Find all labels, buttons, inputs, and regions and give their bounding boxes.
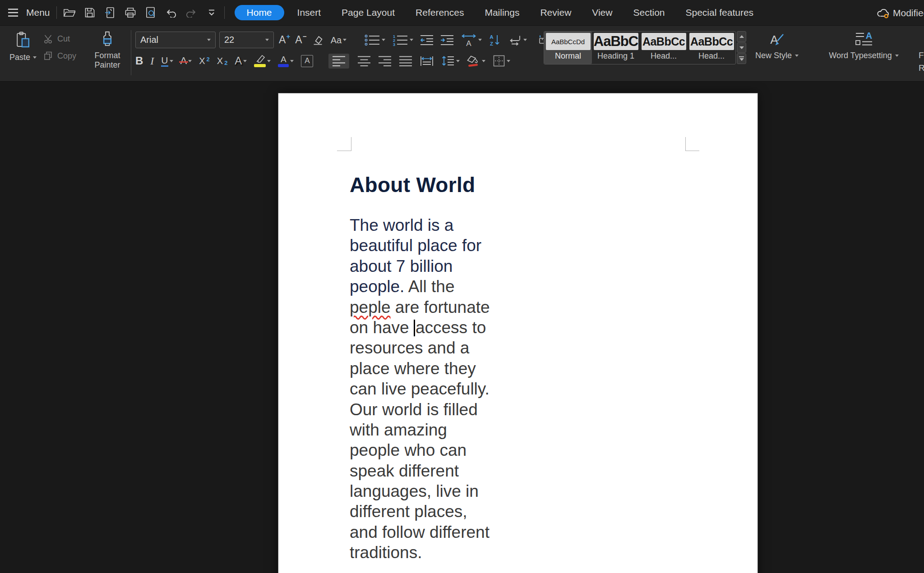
- export-pdf-icon[interactable]: [104, 6, 116, 19]
- style-heading-2[interactable]: AaBbCc Head...: [640, 32, 688, 64]
- strikethrough-button[interactable]: A: [180, 56, 192, 66]
- text-line[interactable]: place where they: [350, 358, 490, 379]
- text-line-misspelled[interactable]: peple are fortunate: [350, 297, 490, 317]
- style-preview: AaBbCc: [642, 33, 686, 50]
- ribbon-row-font-paragraph-top: A+ A− Aa 123 A AZ: [279, 32, 553, 48]
- tab-insert[interactable]: Insert: [287, 0, 332, 25]
- borders-button[interactable]: [493, 55, 510, 67]
- format-painter-icon: [101, 31, 114, 48]
- style-heading-1[interactable]: AaBbC Heading 1: [592, 32, 640, 64]
- text-line[interactable]: with amazing: [350, 420, 490, 440]
- change-case-button[interactable]: Aa: [331, 36, 346, 45]
- character-scaling-button[interactable]: A: [461, 34, 482, 46]
- bold-button[interactable]: B: [135, 55, 143, 66]
- paste-button[interactable]: Paste: [5, 31, 41, 62]
- tab-references[interactable]: References: [405, 0, 474, 25]
- text-line[interactable]: people. All the: [350, 276, 490, 297]
- cloud-sync-status[interactable]: Modified: [876, 0, 924, 26]
- tab-home[interactable]: Home: [235, 5, 284, 20]
- tab-section[interactable]: Section: [623, 0, 675, 25]
- misspelled-word[interactable]: peple: [350, 298, 391, 316]
- tab-view[interactable]: View: [582, 0, 623, 25]
- tab-review[interactable]: Review: [530, 0, 582, 25]
- numbered-list-button[interactable]: 123: [392, 34, 413, 46]
- align-left-button[interactable]: [328, 54, 349, 69]
- text-line[interactable]: speak different: [350, 461, 490, 481]
- cut-button[interactable]: Cut: [43, 34, 76, 44]
- status-label: Modified: [893, 8, 924, 18]
- styles-scroll-down-button[interactable]: [737, 42, 746, 53]
- find-replace-clipped-group: F R: [919, 50, 924, 73]
- copy-button[interactable]: Copy: [43, 51, 76, 61]
- decrease-font-size-button[interactable]: A−: [295, 35, 302, 45]
- text-line-with-cursor[interactable]: on have access to: [350, 317, 490, 338]
- menu-button[interactable]: Menu: [26, 7, 50, 18]
- tab-special-features[interactable]: Special features: [675, 0, 764, 25]
- replace-button-clipped[interactable]: R: [919, 63, 924, 73]
- increase-indent-button[interactable]: [440, 34, 454, 46]
- character-border-button[interactable]: A: [301, 55, 313, 67]
- find-button-clipped[interactable]: F: [919, 50, 924, 60]
- justify-button[interactable]: [399, 55, 412, 67]
- document-heading[interactable]: About World: [350, 173, 475, 197]
- align-center-button[interactable]: [357, 55, 371, 67]
- font-family-select[interactable]: Arial: [135, 32, 216, 48]
- subscript-button[interactable]: X2: [217, 56, 228, 66]
- text-line[interactable]: Our world is filled: [350, 399, 490, 420]
- undo-icon[interactable]: [165, 6, 177, 19]
- font-size-select[interactable]: 22: [219, 32, 274, 48]
- tab-page-layout[interactable]: Page Layout: [331, 0, 405, 25]
- print-icon[interactable]: [124, 6, 137, 19]
- text-line[interactable]: can live peacefully.: [350, 379, 490, 399]
- styles-more-button[interactable]: [737, 53, 746, 64]
- tab-mailings[interactable]: Mailings: [474, 0, 530, 25]
- font-color-button[interactable]: A: [278, 55, 294, 67]
- save-icon[interactable]: [83, 6, 96, 19]
- show-paragraph-marks-button[interactable]: [508, 35, 527, 46]
- text-line[interactable]: and follow different: [350, 522, 490, 542]
- shading-fill-button[interactable]: [467, 55, 485, 67]
- align-right-button[interactable]: [378, 55, 392, 67]
- underline-button[interactable]: U: [161, 55, 173, 67]
- highlight-color-button[interactable]: [254, 55, 271, 67]
- text-line[interactable]: people who can: [350, 440, 490, 460]
- style-normal[interactable]: AaBbCcDd Normal: [544, 32, 592, 64]
- text-line[interactable]: The world is a: [350, 215, 490, 235]
- text-line[interactable]: resources and a: [350, 338, 490, 358]
- dropdown-arrow-icon: [207, 39, 211, 41]
- decrease-indent-button[interactable]: [420, 34, 434, 46]
- increase-font-size-button[interactable]: A+: [279, 35, 286, 45]
- app-window: { "topbar": { "menu_label": "Menu", "tab…: [0, 0, 924, 573]
- open-file-icon[interactable]: [63, 6, 76, 19]
- print-preview-icon[interactable]: [144, 6, 157, 19]
- document-page[interactable]: About World The world is a beautiful pla…: [278, 93, 758, 573]
- text-line[interactable]: beautiful place for: [350, 235, 490, 256]
- svg-text:Z: Z: [490, 41, 493, 46]
- document-body-text[interactable]: The world is a beautiful place for about…: [350, 215, 490, 563]
- text-line[interactable]: different places,: [350, 501, 490, 522]
- text-effects-button[interactable]: A: [235, 55, 247, 66]
- word-typesetting-button[interactable]: A Word Typesetting: [818, 31, 910, 60]
- line-spacing-button[interactable]: [441, 55, 460, 67]
- text-line[interactable]: languages, live in: [350, 481, 490, 501]
- redo-icon[interactable]: [185, 6, 198, 19]
- style-heading-3[interactable]: AaBbCc Head...: [688, 32, 735, 64]
- superscript-button[interactable]: X2: [199, 56, 210, 66]
- quick-access-toolbar: [63, 6, 218, 19]
- distribute-text-button[interactable]: [420, 55, 434, 67]
- svg-text:3: 3: [393, 42, 395, 46]
- text-line[interactable]: about 7 billion: [350, 256, 490, 276]
- paste-icon: [16, 31, 30, 49]
- italic-button[interactable]: I: [150, 55, 154, 66]
- new-style-icon: A: [768, 31, 785, 48]
- hamburger-menu-icon[interactable]: [7, 7, 19, 18]
- text-line[interactable]: traditions.: [350, 542, 490, 563]
- styles-scroll-up-button[interactable]: [737, 31, 746, 42]
- sort-button[interactable]: AZ: [489, 34, 501, 46]
- customize-toolbar-chevron-icon[interactable]: [205, 6, 218, 19]
- format-painter-button[interactable]: Format Painter: [87, 31, 128, 70]
- ribbon-tab-strip: Home Insert Page Layout References Maili…: [232, 0, 764, 25]
- new-style-button[interactable]: A New Style: [750, 31, 804, 60]
- clear-formatting-eraser-icon[interactable]: [312, 35, 324, 46]
- bullet-list-button[interactable]: [364, 34, 385, 46]
